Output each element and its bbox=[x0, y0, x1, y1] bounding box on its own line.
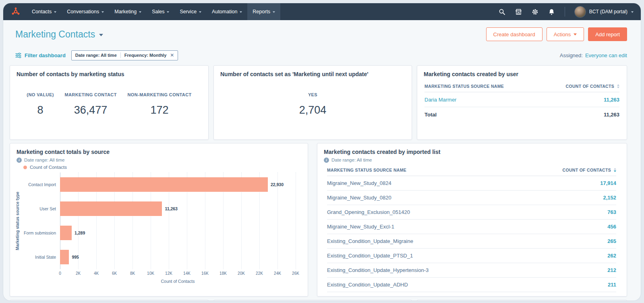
dashboard-title-selector[interactable]: Marketing Contacts bbox=[15, 29, 103, 40]
tick-label: 16K bbox=[201, 271, 209, 276]
add-report-label: Add report bbox=[595, 31, 620, 37]
tick-label: 6K bbox=[112, 271, 117, 276]
count-value[interactable]: 2,152 bbox=[603, 195, 616, 201]
count-value[interactable]: 211 bbox=[608, 282, 616, 288]
user-name-link[interactable]: Daria Marmer bbox=[425, 97, 456, 103]
page-title: Marketing Contacts bbox=[15, 29, 95, 40]
filter-chip-label: Date range: All time bbox=[75, 53, 117, 58]
user-avatar bbox=[575, 6, 586, 17]
chevron-down-icon bbox=[199, 11, 201, 13]
tick-label: 26K bbox=[292, 271, 299, 276]
nav-item-conversations[interactable]: Conversations bbox=[62, 3, 109, 20]
metrics-group: (NO VALUE)8MARKETING CONTACT36,477NON-MA… bbox=[10, 78, 208, 116]
chart-row-contact-import: Contact Import22,930 bbox=[21, 172, 296, 197]
nav-item-sales[interactable]: Sales bbox=[147, 3, 174, 20]
tick-label: 14K bbox=[183, 271, 191, 276]
column-header-source-name[interactable]: MARKETING STATUS SOURCE NAME bbox=[327, 168, 406, 172]
filter-sliders-icon bbox=[15, 53, 21, 58]
table-row[interactable]: Existing_Condition_Update_Hypertension-3… bbox=[327, 263, 616, 278]
count-value[interactable]: 262 bbox=[607, 253, 616, 259]
column-header-count[interactable]: COUNT OF CONTACTS bbox=[563, 168, 616, 172]
count-value[interactable]: 456 bbox=[607, 224, 616, 230]
table-row[interactable]: Daria Marmer11,263 bbox=[425, 92, 619, 107]
table-row[interactable]: Migraine_New_Study_Excl-1456 bbox=[327, 220, 616, 234]
chevron-down-icon bbox=[99, 34, 103, 36]
card-contacts-by-marketing-status: Number of contacts by marketing status (… bbox=[10, 65, 209, 140]
x-axis-ticks: 02K4K6K8K10K12K14K16K18K20K22K24K26K bbox=[60, 271, 296, 277]
count-value[interactable]: 212 bbox=[607, 267, 616, 273]
chart-bars: Contact Import22,930User Set11,263Form s… bbox=[21, 172, 296, 269]
bar[interactable] bbox=[60, 226, 72, 240]
bar-value-label: 22,930 bbox=[271, 182, 284, 187]
column-header-count[interactable]: COUNT OF CONTACTS bbox=[566, 84, 619, 89]
bar[interactable] bbox=[60, 201, 162, 216]
imported-list-rows: Migraine_New_Study_082417,914Migraine_Ne… bbox=[327, 176, 616, 297]
total-value: 11,263 bbox=[604, 112, 619, 118]
nav-item-contacts[interactable]: Contacts bbox=[27, 3, 62, 20]
table-row[interactable]: Grand_Opening_Exclusion_051420763 bbox=[327, 205, 616, 220]
filter-chip[interactable]: Date range: All timeFrequency: Monthly✕ bbox=[71, 50, 178, 60]
column-header-source-name[interactable]: MARKETING STATUS SOURCE NAME bbox=[425, 84, 504, 89]
search-icon[interactable] bbox=[499, 8, 505, 15]
count-value[interactable]: 11,263 bbox=[604, 97, 619, 103]
table-row[interactable]: Existing_Condition_Update_ADHD211 bbox=[327, 278, 616, 292]
filter-dashboard-button[interactable]: Filter dashboard bbox=[15, 52, 66, 58]
chevron-down-icon bbox=[101, 11, 104, 13]
x-axis-label: Count of Contacts bbox=[60, 279, 296, 284]
table-row[interactable]: Migraine_New_Study_08202,152 bbox=[327, 191, 616, 205]
card-marketing-contacts-created-by-imported-list: Marketing contacts created by imported l… bbox=[317, 143, 627, 297]
bar-track: 995 bbox=[60, 245, 296, 269]
count-value[interactable]: 265 bbox=[607, 238, 616, 244]
assigned-everyone-can-edit-link[interactable]: Everyone can edit bbox=[585, 52, 627, 58]
metric-label: YES bbox=[299, 92, 327, 97]
account-menu[interactable]: BCT (DAM portal) bbox=[575, 6, 634, 17]
y-axis-label: Marketing status source type bbox=[15, 172, 21, 269]
metrics-group: YES2,704 bbox=[214, 78, 412, 116]
tick-label: 12K bbox=[165, 271, 172, 276]
bar[interactable] bbox=[60, 250, 69, 264]
count-value[interactable]: 763 bbox=[607, 209, 616, 215]
metric-value: 8 bbox=[27, 104, 54, 116]
table-row[interactable]: Existing_Condition_Update_Migraine265 bbox=[327, 234, 616, 249]
table-row[interactable]: Existing_Condition_Update_PTSD_1262 bbox=[327, 249, 616, 263]
metric-value: 172 bbox=[128, 104, 192, 116]
list-name: Migraine_New_Study_0820 bbox=[327, 195, 391, 201]
nav-item-label: Marketing bbox=[114, 9, 137, 15]
tick-label: 22K bbox=[256, 271, 263, 276]
nav-item-marketing[interactable]: Marketing bbox=[109, 3, 147, 20]
chart-legend[interactable]: Count of Contacts bbox=[10, 163, 308, 170]
nav-item-reports[interactable]: Reports bbox=[247, 3, 280, 20]
chevron-down-icon bbox=[574, 33, 577, 35]
legend-label: Count of Contacts bbox=[30, 165, 67, 170]
create-dashboard-button[interactable]: Create dashboard bbox=[486, 27, 543, 41]
settings-gear-icon[interactable] bbox=[532, 8, 538, 15]
add-report-button[interactable]: Add report bbox=[588, 27, 627, 41]
info-icon: i bbox=[324, 158, 329, 163]
bar[interactable] bbox=[60, 177, 268, 192]
metric: (NO VALUE)8 bbox=[27, 92, 54, 116]
category-label: User Set bbox=[21, 206, 60, 211]
total-label: Total bbox=[425, 112, 437, 118]
nav-item-service[interactable]: Service bbox=[174, 3, 207, 20]
count-value[interactable]: 17,914 bbox=[600, 180, 616, 186]
table-row[interactable]: Migraine_New_Study_082417,914 bbox=[327, 176, 616, 191]
date-range-label: Date range: All time bbox=[331, 158, 372, 162]
list-name: Grand_Opening_Exclusion_051420 bbox=[327, 209, 410, 215]
marketplace-icon[interactable] bbox=[515, 8, 522, 15]
page-header: Marketing Contacts Create dashboard Acti… bbox=[3, 20, 641, 42]
actions-button[interactable]: Actions bbox=[547, 27, 584, 41]
hubspot-sprocket-logo-icon[interactable] bbox=[10, 6, 21, 17]
nav-item-label: Sales bbox=[152, 9, 164, 15]
card-edge bbox=[213, 300, 412, 301]
notifications-bell-icon[interactable] bbox=[548, 8, 555, 15]
chevron-down-icon bbox=[273, 11, 275, 13]
nav-item-automation[interactable]: Automation bbox=[207, 3, 247, 20]
chip-close-icon[interactable]: ✕ bbox=[170, 52, 174, 58]
sort-icon bbox=[617, 84, 619, 88]
top-navigation: ContactsConversationsMarketingSalesServi… bbox=[3, 3, 641, 20]
bar-track: 11,263 bbox=[60, 197, 296, 221]
total-row: Total22,930 bbox=[327, 292, 616, 297]
card-marketing-until-next-update: Number of contacts set as 'Marketing unt… bbox=[213, 65, 412, 140]
nav-divider bbox=[565, 7, 565, 17]
sort-descending-icon bbox=[614, 168, 616, 172]
